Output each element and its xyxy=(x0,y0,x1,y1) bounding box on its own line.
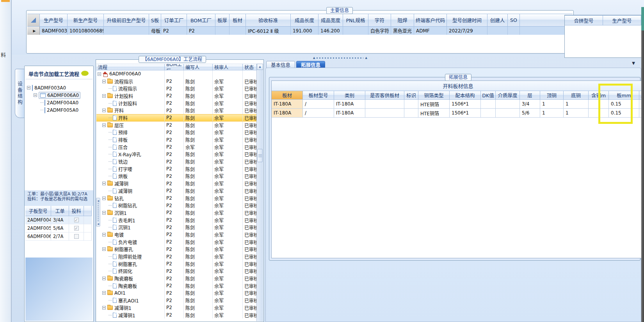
board-col-header[interactable]: 顶铜 xyxy=(540,91,564,100)
process-row[interactable]: 树脂塞孔P2陈剑佘军已审核 xyxy=(96,246,256,253)
main-col-header[interactable]: BOM工厂 xyxy=(187,14,215,27)
main-col-header[interactable]: 生产型号 xyxy=(40,14,68,27)
splitter-left-arrow-icon[interactable]: ◀ xyxy=(97,199,99,202)
process-row[interactable]: 阻焊前处理P2陈剑佘军已审核 xyxy=(96,253,256,260)
process-row[interactable]: 树脂钻孔P2陈剑佘军已审核 xyxy=(96,202,256,209)
expand-collapse-icon[interactable] xyxy=(102,291,106,295)
main-col-header[interactable]: 升级前旧生产型号 xyxy=(104,14,149,27)
expand-collapse-icon[interactable] xyxy=(98,72,101,76)
device-tree-node[interactable]: 2ADMF004A0 xyxy=(25,99,93,106)
process-row[interactable]: 6ADMF006A0 xyxy=(96,70,256,78)
main-col-header[interactable]: 终端客户代码 xyxy=(414,14,447,27)
board-col-header[interactable]: 介质厚度 xyxy=(496,91,520,100)
process-row[interactable]: AOI1P2陈剑佘军已审核 xyxy=(96,290,256,297)
splitter-grip[interactable] xyxy=(317,57,363,59)
subboard-col-header[interactable]: 工单 xyxy=(51,206,69,216)
board-col-header[interactable]: 是否客供板材 xyxy=(365,91,404,100)
process-row[interactable]: 计划投料P2陈剑佘军已审核 xyxy=(96,92,256,100)
merge-col-header[interactable]: 生产型号 xyxy=(603,15,641,25)
process-row[interactable]: 预排P2陈剑佘军已审核 xyxy=(96,129,256,136)
expand-collapse-icon[interactable] xyxy=(102,182,106,185)
main-col-header[interactable]: 板材 xyxy=(229,14,246,27)
process-row[interactable]: 塞孔AOI1P2陈剑佘军已审核 xyxy=(96,297,256,304)
process-row[interactable]: 钻孔P2陈剑佘军已审核 xyxy=(96,195,256,202)
feed-checkbox[interactable]: ✓ xyxy=(74,218,79,222)
process-col-header[interactable]: BOM工厂 xyxy=(165,64,184,70)
expand-collapse-icon[interactable] xyxy=(102,277,106,280)
board-col-header[interactable]: 板材 xyxy=(272,91,303,100)
board-col-header[interactable]: 配本结构 xyxy=(450,91,481,100)
select-all-corner[interactable] xyxy=(27,14,40,27)
tree-node[interactable]: 8ADMF003A0 xyxy=(32,85,66,91)
process-row[interactable]: 打字喽P2陈剑佘军已审核 xyxy=(96,165,256,173)
main-col-header[interactable]: 订单工厂 xyxy=(161,14,187,27)
main-col-header[interactable]: 型号创建时间 xyxy=(447,14,487,27)
process-row[interactable]: 树脂塞孔P2陈剑佘军已审核 xyxy=(96,260,256,268)
main-col-header[interactable]: 阻焊 xyxy=(391,14,414,27)
process-row[interactable]: 沉铜1P2陈剑佘军已审核 xyxy=(96,224,256,231)
expand-collapse-icon[interactable] xyxy=(102,197,106,200)
process-row[interactable]: 流程指示P2陈剑佘军已审核 xyxy=(96,85,256,92)
main-col-header[interactable]: 字符 xyxy=(368,14,391,27)
board-col-header[interactable]: 层 xyxy=(520,91,540,100)
feed-checkbox[interactable] xyxy=(74,234,79,239)
board-row[interactable]: IT-180A/IT-180AHTE铜箔1506*13/4110.1553 xyxy=(272,100,644,109)
process-row[interactable]: 开料P2陈剑佘军已审核 xyxy=(96,114,256,122)
process-row[interactable]: 电镀P2陈剑佘军已审核 xyxy=(96,231,256,238)
expand-collapse-icon[interactable] xyxy=(102,233,106,236)
main-col-header[interactable]: 成品长度 xyxy=(291,14,318,27)
tab-basic-info[interactable]: 基本信息 xyxy=(266,61,295,68)
main-col-header[interactable]: 成品宽度 xyxy=(318,14,343,27)
process-row[interactable]: 终固化P2陈剑佘军已审核 xyxy=(96,268,256,275)
process-row[interactable]: 流程指示P2陈剑佘军已审核 xyxy=(96,78,256,85)
board-col-header[interactable]: 底铜 xyxy=(564,91,589,100)
splitter-left-arrow-icon[interactable]: ◀ xyxy=(97,222,99,225)
device-tree-node[interactable]: 6ADMF006A0 xyxy=(25,91,93,99)
expand-collapse-icon[interactable] xyxy=(27,86,30,89)
process-scrollbar[interactable]: ▲ xyxy=(256,64,263,321)
process-row[interactable]: 铣边P2陈剑佘军已审核 xyxy=(96,158,256,165)
tree-node[interactable]: 2ADMF004A0 xyxy=(44,100,78,106)
process-col-header[interactable]: 状态 xyxy=(243,64,256,70)
process-row[interactable]: 烘板P2陈剑佘军已审核 xyxy=(96,173,256,180)
splitter-grip[interactable] xyxy=(98,203,99,222)
subboard-row[interactable]: 2ADMF004A03/4A✓ xyxy=(25,216,93,224)
expand-collapse-icon[interactable] xyxy=(102,80,106,83)
tree-node-selected[interactable]: 6ADMF006A0 xyxy=(39,92,80,99)
board-row[interactable]: IT-180A/IT-180AHTE铜箔1506*15/6110.1579 xyxy=(272,109,644,118)
process-row[interactable]: 减薄铜P2陈剑佘军已审核 xyxy=(96,187,256,195)
subboard-row[interactable]: 6ADMF006A02/7A xyxy=(25,233,93,241)
tab-device-structure[interactable]: 设备结构 xyxy=(15,69,24,118)
vertical-splitter[interactable]: ◀ ◀ xyxy=(96,198,100,227)
process-row[interactable]: 排板P2陈剑佘军已审核 xyxy=(96,136,256,143)
process-row[interactable]: 陶瓷磨板P2陈剑佘军已审核 xyxy=(96,282,256,290)
tab-extended-info[interactable]: 拓展信息 xyxy=(296,61,325,68)
scrollbar-thumb[interactable] xyxy=(257,149,263,162)
process-row[interactable]: 层压P2陈剑佘军已审核 xyxy=(96,122,256,129)
main-col-header[interactable]: PNL规格 xyxy=(343,14,368,27)
feed-checkbox[interactable]: ✓ xyxy=(74,226,79,231)
process-row[interactable]: X-Ray冲孔P2陈剑佘军已审核 xyxy=(96,151,256,158)
horizontal-splitter[interactable]: ▲ ▲ xyxy=(313,56,391,59)
merge-col-header[interactable]: 合拼型号 xyxy=(565,15,603,25)
main-col-header[interactable]: 新生产型号 xyxy=(68,14,104,27)
device-tree-node[interactable]: 2ADMF005A0 xyxy=(25,106,93,114)
board-col-header[interactable]: 标识 xyxy=(404,91,418,100)
process-col-header[interactable]: 流程 xyxy=(96,64,165,70)
expand-collapse-icon[interactable] xyxy=(102,247,106,251)
subboard-col-header[interactable]: 投料 xyxy=(69,206,84,216)
process-row[interactable]: 减薄铜P2陈剑佘军已审核 xyxy=(96,180,256,187)
expand-collapse-icon[interactable] xyxy=(102,109,106,112)
main-col-header[interactable]: 验收标准 xyxy=(246,14,291,27)
subboard-row[interactable]: 2ADMF005A05/6A✓ xyxy=(25,224,93,233)
splitter-up-arrow-icon[interactable]: ▲ xyxy=(365,56,367,59)
expand-collapse-icon[interactable] xyxy=(102,94,106,98)
process-row[interactable]: 负片电镀P2陈剑佘军已审核 xyxy=(96,238,256,246)
expand-collapse-icon[interactable] xyxy=(102,306,106,309)
process-row[interactable]: 减薄铜1P2陈剑佘军已审核 xyxy=(96,311,256,319)
expand-collapse-icon[interactable] xyxy=(102,123,106,127)
main-col-header[interactable]: 板厚 xyxy=(215,14,229,27)
main-col-header[interactable]: S板 xyxy=(149,14,161,27)
board-col-header[interactable]: 类别 xyxy=(334,91,365,100)
process-col-header[interactable]: 编写人 xyxy=(184,64,213,70)
